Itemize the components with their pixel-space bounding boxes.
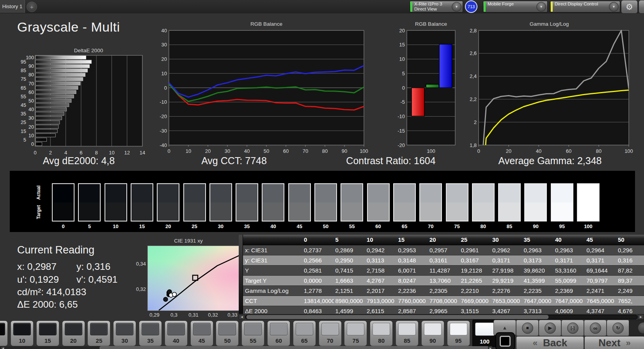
loop-button[interactable]: ∞ bbox=[584, 320, 607, 336]
reading-value: ΔE 2000: 6,65 bbox=[17, 299, 78, 310]
grayscale-swatch bbox=[209, 183, 232, 221]
stimulus-button-20[interactable]: 20 bbox=[62, 321, 85, 346]
table-cell: 8,0247 bbox=[397, 276, 428, 285]
table-cell: 39,8620 bbox=[522, 266, 554, 275]
tab-history[interactable]: History 1 bbox=[0, 0, 25, 13]
refresh-icon: ↻ bbox=[612, 322, 624, 334]
table-column-header: 20 bbox=[428, 235, 459, 245]
stimulus-button-55[interactable]: 55 bbox=[241, 321, 264, 346]
chevron-right-icon: ▶ bbox=[490, 347, 491, 349]
stimulus-button-15[interactable]: 15 bbox=[36, 321, 59, 346]
stimulus-button-80[interactable]: 80 bbox=[370, 321, 393, 346]
table-cell: 27,9198 bbox=[491, 266, 522, 275]
clipped-tool-button[interactable] bbox=[629, 320, 644, 336]
grayscale-swatch bbox=[446, 183, 468, 221]
stop-button[interactable]: ■ bbox=[516, 320, 539, 336]
table-cell: 70,9797 bbox=[585, 276, 617, 285]
back-button[interactable]: « Back bbox=[516, 336, 584, 349]
loop-icon: ∞ bbox=[590, 322, 601, 334]
stimulus-button-75[interactable]: 75 bbox=[344, 321, 367, 346]
stimulus-button-40[interactable]: 40 bbox=[165, 321, 188, 346]
svg-text:50: 50 bbox=[28, 98, 34, 104]
table-column-header: 25 bbox=[459, 235, 491, 245]
chevron-down-icon[interactable]: ▼ bbox=[536, 2, 546, 12]
stimulus-button-clipped[interactable] bbox=[0, 321, 8, 346]
toolbar-scroll-right-button[interactable]: ▶ bbox=[488, 346, 493, 349]
swatch-label: 65 bbox=[392, 223, 417, 229]
svg-text:20: 20 bbox=[161, 56, 167, 62]
stimulus-button-35[interactable]: 35 bbox=[139, 321, 162, 346]
grayscale-swatch bbox=[131, 183, 153, 221]
svg-text:65: 65 bbox=[21, 85, 26, 91]
swatch-actual-half bbox=[315, 184, 336, 202]
svg-text:100: 100 bbox=[360, 148, 368, 154]
table-row: y: CIE310,25660,29500,31130,31480,31610,… bbox=[239, 255, 644, 266]
stimulus-button-50[interactable]: 50 bbox=[216, 321, 239, 346]
table-cell: 6,0071 bbox=[397, 266, 428, 275]
table-row: Target Y0,00001,66634,27678,024713,70602… bbox=[239, 276, 644, 286]
page-title: Grayscale - Multi bbox=[17, 19, 120, 35]
stimulus-swatch bbox=[321, 323, 339, 335]
table-corner-cell bbox=[239, 235, 302, 245]
svg-text:-40: -40 bbox=[160, 142, 167, 148]
toolbar-scrollbar-thumb[interactable] bbox=[99, 346, 489, 349]
collapse-panel-button[interactable]: ◀ bbox=[639, 0, 644, 14]
toolbar-scroll-left-button[interactable]: ◀ bbox=[0, 346, 5, 349]
table-scroll-left-button[interactable]: ◀ bbox=[239, 314, 245, 320]
chevron-down-icon[interactable]: ▼ bbox=[609, 2, 619, 12]
svg-text:75: 75 bbox=[21, 76, 26, 82]
table-scrollbar-thumb[interactable] bbox=[247, 315, 548, 319]
table-scroll-right-button[interactable]: ▶ bbox=[638, 314, 644, 320]
stimulus-button-85[interactable]: 85 bbox=[396, 321, 419, 346]
stimulus-swatch bbox=[424, 323, 442, 335]
svg-text:0: 0 bbox=[31, 142, 34, 147]
stimulus-button-90[interactable]: 90 bbox=[421, 321, 444, 346]
stimulus-button-45[interactable]: 45 bbox=[190, 321, 213, 346]
reading-value: v': 0,4591 bbox=[76, 274, 117, 285]
settings-button[interactable]: ⚙ bbox=[621, 0, 638, 14]
table-cell: 0,2964 bbox=[585, 245, 617, 255]
rgb-balance-line-chart: RGB Balance403020100-10-20-30-4001020304… bbox=[154, 19, 371, 159]
swatch-target-half bbox=[420, 202, 441, 221]
table-cell: 0,2953 bbox=[397, 245, 428, 255]
swatch-target-half bbox=[105, 202, 126, 221]
table-cell: 0,7415 bbox=[334, 266, 365, 275]
svg-text:40: 40 bbox=[244, 148, 250, 154]
table-cell: 7653,0000 bbox=[491, 296, 522, 306]
window-display-button[interactable] bbox=[495, 332, 515, 349]
swatch-actual-half bbox=[236, 184, 257, 202]
table-cell: 0,3148 bbox=[397, 255, 428, 265]
add-tab-button[interactable]: + bbox=[27, 2, 37, 12]
table-cell: 2,7158 bbox=[365, 266, 397, 275]
back-button-label: Back bbox=[543, 337, 567, 349]
target-label: Target bbox=[36, 200, 41, 224]
swatch-target-half bbox=[158, 202, 179, 221]
table-cell: 2,249 bbox=[616, 286, 644, 296]
chevron-down-icon[interactable]: ▼ bbox=[452, 2, 461, 12]
table-cell: 4,2767 bbox=[365, 276, 397, 285]
stimulus-button-70[interactable]: 70 bbox=[319, 321, 342, 346]
svg-text:-5: -5 bbox=[400, 99, 405, 105]
next-button[interactable]: Next » bbox=[584, 336, 644, 349]
table-column-header: 15 bbox=[397, 235, 428, 245]
stimulus-swatch bbox=[193, 323, 211, 335]
interval-button[interactable]: [-] bbox=[561, 320, 584, 336]
refresh-button[interactable]: ↻ bbox=[607, 320, 629, 336]
stimulus-button-25[interactable]: 25 bbox=[87, 321, 110, 346]
source-dropdown[interactable]: Mobile Forge ▼ bbox=[483, 1, 548, 12]
stimulus-button-65[interactable]: 65 bbox=[293, 321, 316, 346]
play-button[interactable]: ▶ bbox=[539, 320, 561, 336]
stimulus-button-60[interactable]: 60 bbox=[267, 321, 290, 346]
display-control-dropdown[interactable]: Direct Display Control ▼ bbox=[550, 1, 620, 12]
stimulus-button-label: 55 bbox=[242, 337, 264, 344]
swatch-label: 15 bbox=[129, 223, 155, 229]
table-row: x: CIE310,27370,28690,29420,29530,29570,… bbox=[239, 245, 644, 255]
table-column-header: 35 bbox=[522, 235, 554, 245]
stimulus-button-95[interactable]: 95 bbox=[447, 321, 470, 346]
svg-text:100: 100 bbox=[427, 148, 435, 154]
svg-text:90: 90 bbox=[342, 148, 347, 154]
stimulus-button-10[interactable]: 10 bbox=[11, 321, 34, 346]
stimulus-button-30[interactable]: 30 bbox=[113, 321, 136, 346]
meter-dropdown[interactable]: X-Rite i1Pro 3 Direct View ▼ bbox=[410, 1, 463, 12]
table-cell: 13814,0000 bbox=[302, 296, 334, 306]
